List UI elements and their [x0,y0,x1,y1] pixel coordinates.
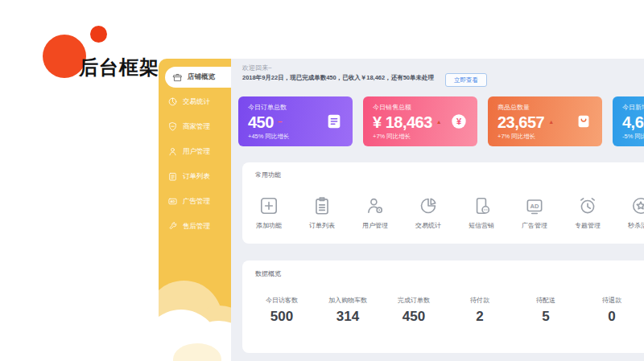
quick-action-add[interactable]: 添加功能 [242,195,295,230]
welcome-summary: 2018年9月22日，现已完成单数450，已收入￥18,462，还有50单未处理 [242,74,434,82]
shield-icon [167,121,178,132]
stat-label: 今日访客数 [249,296,315,305]
stat-card-new-users[interactable]: 今日新增用户 4,628 -5% 同比增长 [613,96,644,146]
view-now-button[interactable]: 立即查看 [445,73,487,88]
clipboard-icon [167,171,178,182]
stat-card-subtitle: +7% 同比增长 [373,133,442,141]
sidebar-cloud-decoration [159,285,231,361]
stat-card-value: 4,628 [622,114,644,130]
stat-pending-refund: 待退款 0 [579,296,644,325]
user-gear-icon [365,195,386,216]
svg-text:AD: AD [530,203,539,210]
trend-up-arrow: ▲ [548,119,554,125]
dashboard-page: 后台框架 店铺概览 交易统计 [0,0,644,361]
stat-value: 0 [579,309,644,325]
main-content: 欢迎回来~ 2018年9月22日，现已完成单数450，已收入￥18,462，还有… [231,59,644,361]
data-overview-title: 数据概览 [242,270,644,278]
stat-card-orders[interactable]: 今日订单总数 450 – +45% 同比增长 [238,96,353,146]
stat-card-title: 今日销售总额 [373,103,442,112]
pie-chart-icon [418,195,439,216]
stat-add-to-cart: 加入购物车数 314 [315,296,381,325]
stat-card-subtitle: +7% 同比增长 [497,133,554,141]
sidebar-item-order-list[interactable]: 订单列表 [159,164,231,189]
stat-card-title: 商品总数量 [497,103,554,112]
quick-action-trade-stats[interactable]: 交易统计 [402,195,455,230]
stat-card-value: ¥ 18,463 [373,114,432,130]
quick-action-topic-mgmt[interactable]: 专题管理 [561,195,614,230]
stat-label: 待付款 [447,296,513,305]
user-icon [167,146,178,157]
quick-action-label: 秒杀活动 [628,221,644,230]
logo-small-circle [90,26,107,43]
svg-text:¥: ¥ [456,117,462,126]
stat-card-title: 今日订单总数 [248,103,289,112]
pie-chart-icon [167,96,178,107]
quick-action-label: 专题管理 [575,221,601,230]
storefront-icon [172,72,183,83]
stat-card-sales[interactable]: 今日销售总额 ¥ 18,463 ▲ +7% 同比增长 ¥ [363,96,477,146]
sidebar: 店铺概览 交易统计 商家管理 [159,59,231,361]
sidebar-item-aftersale-mgmt[interactable]: 售后管理 [159,214,231,239]
dashboard-window: 店铺概览 交易统计 商家管理 [159,59,644,361]
stat-label: 完成订单数 [381,296,447,305]
stat-card-title: 今日新增用户 [622,103,644,112]
stat-label: 待退款 [579,296,644,305]
quick-action-sms-marketing[interactable]: 短信营销 [455,195,508,230]
stat-card-subtitle: +45% 同比增长 [248,133,289,141]
currency-circle-icon: ¥ [450,113,468,130]
stat-card-value: 23,657 [497,114,544,130]
document-icon [325,113,343,130]
clipboard-icon [312,195,332,216]
quick-action-ad-mgmt[interactable]: AD 广告管理 [508,195,561,230]
sidebar-item-merchant-mgmt[interactable]: 商家管理 [159,114,231,139]
quick-actions-panel: 常用功能 添加功能 订单列表 [242,162,644,244]
stat-pending-payment: 待付款 2 [447,296,513,325]
stat-value: 450 [381,309,447,325]
sidebar-item-label: 店铺概览 [188,72,215,82]
ad-icon: AD [167,196,178,207]
trend-up-arrow: ▲ [436,119,442,125]
logo-title: 后台框架 [79,55,159,80]
sidebar-item-label: 用户管理 [183,147,210,157]
sidebar-item-ad-mgmt[interactable]: AD 广告管理 [159,189,231,214]
stat-today-visitors: 今日访客数 500 [249,296,315,325]
sms-phone-icon [471,195,492,216]
stat-pending-delivery: 待配送 5 [513,296,579,325]
quick-actions-title: 常用功能 [242,171,644,179]
quick-action-label: 用户管理 [362,221,388,230]
quick-actions-row: 添加功能 订单列表 用户管理 [242,195,644,230]
quick-action-label: 订单列表 [309,221,335,230]
stat-value: 2 [447,309,513,325]
quick-action-label: 交易统计 [415,221,441,230]
quick-action-user-mgmt[interactable]: 用户管理 [349,195,402,230]
svg-text:AD: AD [171,199,175,203]
sidebar-item-shop-overview[interactable]: 店铺概览 [165,67,231,88]
sidebar-item-label: 广告管理 [183,197,210,207]
quick-action-flash-sale[interactable]: 秒杀活动 [614,195,644,230]
shopping-bag-icon [575,113,592,130]
welcome-bar: 欢迎回来~ 2018年9月22日，现已完成单数450，已收入￥18,462，还有… [231,59,644,82]
sidebar-nav: 店铺概览 交易统计 商家管理 [159,59,231,239]
quick-action-label: 短信营销 [469,221,494,230]
stat-completed-orders: 完成订单数 450 [381,296,447,325]
wrench-icon [167,221,178,232]
quick-action-label: 广告管理 [522,221,547,230]
welcome-greeting: 欢迎回来~ [242,64,434,72]
stat-card-value: 450 [248,114,274,130]
stat-card-products[interactable]: 商品总数量 23,657 ▲ +7% 同比增长 [488,96,602,146]
stat-value: 5 [513,309,579,325]
sidebar-item-trade-stats[interactable]: 交易统计 [159,89,231,114]
stat-label: 待配送 [513,296,579,305]
welcome-text: 欢迎回来~ 2018年9月22日，现已完成单数450，已收入￥18,462，还有… [242,64,434,82]
sidebar-item-label: 商家管理 [183,122,210,132]
quick-action-order-list[interactable]: 订单列表 [295,195,349,230]
quick-action-label: 添加功能 [256,221,282,230]
plus-square-icon [258,195,279,216]
sidebar-item-label: 订单列表 [183,172,210,182]
data-overview-panel: 数据概览 今日访客数 500 加入购物车数 314 完成订单数 450 [242,260,644,353]
stat-card-subtitle: -5% 同比增长 [622,133,644,141]
trend-down-dash: – [278,119,283,125]
alarm-clock-icon [577,195,598,216]
sidebar-item-user-mgmt[interactable]: 用户管理 [159,139,231,164]
star-badge-icon [630,195,644,216]
